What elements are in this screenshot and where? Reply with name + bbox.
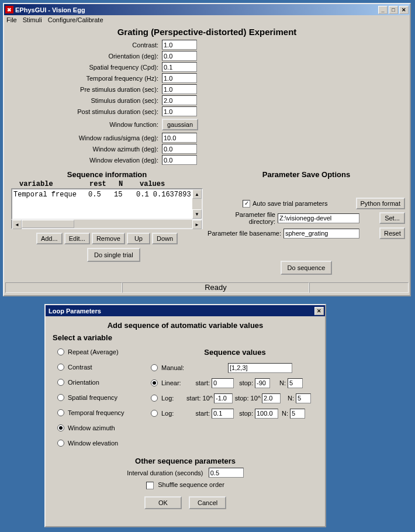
seq-scrollbar-v[interactable]: ▲ ▼ [192, 189, 202, 219]
param-dir-input[interactable] [278, 213, 359, 223]
temporal-freq-input[interactable] [162, 73, 197, 83]
sequence-listbox[interactable]: Temporal freque 0.5 15 0.1 0.1637893 ▲ ▼ [11, 188, 203, 220]
select-var-label: Select a variable [53, 333, 325, 342]
radio-linear[interactable] [151, 379, 158, 386]
window-func-button[interactable]: gaussian [162, 119, 198, 130]
window-title: EPhysGUI - Vision Egg [15, 6, 85, 13]
orientation-input[interactable] [162, 51, 197, 61]
log-exp-start-label: start: 10^ [185, 395, 214, 402]
cancel-button[interactable]: Cancel [189, 496, 226, 509]
radio-orientation[interactable] [57, 379, 64, 386]
linear-n-label: N: [270, 379, 288, 386]
radio-log-exp[interactable] [151, 395, 158, 402]
contrast-input[interactable] [162, 40, 197, 50]
linear-n-input[interactable] [288, 378, 303, 388]
add-button[interactable]: Add... [36, 233, 63, 244]
menu-stimuli[interactable]: Stimuli [23, 16, 42, 23]
python-format-button[interactable]: Python format [356, 198, 405, 209]
main-titlebar[interactable]: ✖ EPhysGUI - Vision Egg _ □ ✕ [4, 4, 410, 15]
maximize-button[interactable]: □ [389, 6, 398, 14]
interval-label: Interval duration (seconds) [127, 469, 203, 476]
menu-file[interactable]: File [6, 16, 17, 23]
spatial-freq-input[interactable] [162, 62, 197, 72]
remove-button[interactable]: Remove [92, 233, 125, 244]
win-radius-input[interactable] [162, 133, 197, 143]
main-window: ✖ EPhysGUI - Vision Egg _ □ ✕ File Stimu… [3, 3, 411, 296]
var-contrast: Contrast [68, 364, 92, 371]
pre-stim-input[interactable] [162, 84, 197, 94]
radio-azimuth[interactable] [57, 424, 64, 431]
status-text: Ready [122, 282, 309, 293]
scroll-down-icon[interactable]: ▼ [192, 209, 202, 219]
scroll-up-icon[interactable]: ▲ [192, 189, 202, 199]
win-elev-input[interactable] [162, 155, 197, 165]
orientation-label: Orientation (deg): [4, 53, 162, 60]
row-rest: 0.5 [88, 191, 114, 199]
radio-log-plain[interactable] [151, 410, 158, 417]
manual-label: Manual: [161, 364, 193, 371]
log-exp-label: Log: [161, 395, 185, 402]
var-elevation: Window elevation [68, 440, 118, 447]
down-button[interactable]: Down [152, 233, 178, 244]
log-plain-n-input[interactable] [290, 409, 305, 419]
log-exp-stop-input[interactable] [262, 393, 281, 403]
ok-button[interactable]: OK [144, 496, 182, 509]
win-azimuth-input[interactable] [162, 144, 197, 154]
radio-temporal[interactable] [57, 409, 64, 416]
win-radius-label: Window radius/sigma (deg): [4, 134, 162, 141]
log-plain-stop-input[interactable] [255, 409, 278, 419]
stim-dur-input[interactable] [162, 95, 197, 105]
up-button[interactable]: Up [127, 233, 150, 244]
shuffle-checkbox[interactable] [146, 482, 154, 489]
do-single-trial-button[interactable]: Do single trial [87, 248, 140, 262]
log-plain-start-input[interactable] [212, 409, 234, 419]
reset-button[interactable]: Reset [379, 227, 405, 239]
win-azimuth-label: Window azimuth (deg): [4, 146, 162, 153]
minimize-button[interactable]: _ [378, 6, 388, 14]
spatial-freq-label: Spatial frequency (Cpd): [4, 64, 162, 71]
edit-button[interactable]: Edit... [64, 233, 90, 244]
radio-manual[interactable] [151, 364, 158, 371]
linear-stop-label: stop: [234, 379, 255, 386]
linear-stop-input[interactable] [255, 378, 270, 388]
do-sequence-button[interactable]: Do sequence [281, 261, 333, 275]
param-base-input[interactable] [283, 229, 359, 239]
other-params-title: Other sequence parameters [46, 457, 325, 465]
scroll-thumb[interactable] [22, 220, 74, 228]
loop-window: Loop Parameters ✕ Add sequence of automa… [44, 304, 326, 527]
radio-spatial[interactable] [57, 394, 64, 401]
scroll-left-icon[interactable]: ◄ [12, 220, 22, 229]
seq-scrollbar-h[interactable]: ◄ ► [11, 220, 203, 229]
loop-close-button[interactable]: ✕ [314, 307, 324, 315]
col-n: N [119, 180, 140, 188]
experiment-heading: Grating (Perspective-distorted) Experime… [4, 27, 410, 37]
linear-start-label: start: [193, 379, 212, 386]
loop-heading: Add sequence of automatic variable value… [46, 321, 325, 330]
var-temporal: Temporal frequency [68, 409, 124, 416]
var-azimuth: Window azimuth [68, 424, 115, 431]
post-stim-label: Post stimulus duration (sec): [4, 108, 162, 115]
manual-input[interactable] [228, 363, 292, 373]
menu-configure[interactable]: Configure/Calibrate [48, 16, 103, 23]
scroll-right-icon[interactable]: ► [192, 220, 202, 229]
linear-start-input[interactable] [212, 378, 234, 388]
seq-info-title: Sequence information [11, 170, 203, 179]
close-button[interactable]: ✕ [399, 6, 409, 14]
radio-elevation[interactable] [57, 440, 64, 447]
radio-contrast[interactable] [57, 364, 64, 371]
auto-save-checkbox[interactable]: ✓ [243, 200, 250, 208]
log-exp-start-input[interactable] [214, 393, 233, 403]
interval-input[interactable] [209, 468, 244, 478]
auto-save-label: Auto save trial parameters [253, 200, 327, 207]
set-dir-button[interactable]: Set... [379, 212, 405, 224]
param-dir-label: Parameter file directory: [208, 211, 278, 225]
shuffle-label: Shuffle sequence order [158, 481, 224, 488]
post-stim-input[interactable] [162, 106, 197, 116]
status-bar: Ready [5, 282, 409, 294]
var-repeat: Repeat (Average) [68, 348, 119, 355]
radio-repeat[interactable] [57, 348, 64, 355]
row-variable: Temporal freque [13, 191, 88, 199]
col-variable: variable [19, 180, 89, 188]
log-exp-n-input[interactable] [296, 393, 311, 403]
loop-titlebar[interactable]: Loop Parameters ✕ [46, 305, 325, 316]
